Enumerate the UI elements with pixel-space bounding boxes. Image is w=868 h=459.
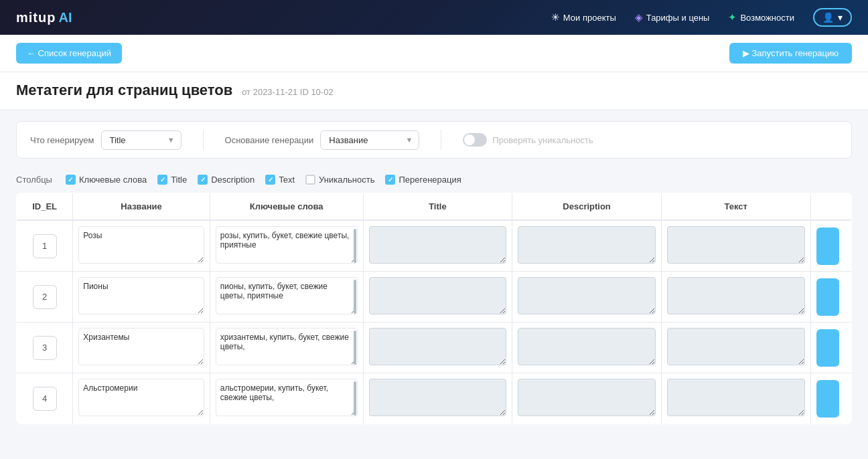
- action-button[interactable]: [816, 380, 839, 418]
- keywords-cell: хризантемы, купить, букет, свежие цветы,: [210, 323, 363, 373]
- uniqueness-group: Проверять уникальность: [463, 133, 593, 147]
- action-button[interactable]: [816, 278, 839, 316]
- title-cell: [363, 323, 512, 373]
- what-generate-group: Что генерируем Title Description Text Ke…: [30, 130, 182, 150]
- id-badge: 2: [33, 285, 57, 309]
- name-textarea[interactable]: Альстромерии: [78, 379, 204, 416]
- keywords-cell: розы, купить, букет, свежие цветы, прият…: [210, 220, 363, 272]
- title-textarea[interactable]: [369, 328, 507, 365]
- name-textarea[interactable]: Розы: [78, 226, 204, 264]
- cb-keywords-label: Ключевые слова: [79, 175, 147, 185]
- logo: mitup AI: [16, 10, 72, 25]
- toolbar: ← Список генераций ▶ Запустить генерацию: [0, 35, 868, 72]
- description-textarea[interactable]: [518, 379, 656, 416]
- text-cell: [661, 272, 810, 323]
- cb-text-icon: ✓: [265, 175, 275, 185]
- description-cell: [512, 373, 662, 424]
- text-textarea[interactable]: [667, 379, 805, 416]
- description-textarea[interactable]: [518, 328, 656, 365]
- description-textarea[interactable]: [518, 226, 656, 264]
- what-select[interactable]: Title Description Text Keywords: [101, 130, 182, 150]
- cb-text-label: Text: [279, 175, 295, 185]
- th-title: Title: [363, 193, 512, 221]
- cb-title-label: Title: [171, 175, 187, 185]
- action-button[interactable]: [816, 227, 839, 265]
- controls-row: Что генерируем Title Description Text Ke…: [16, 121, 852, 159]
- divider-2: [441, 130, 441, 150]
- action-cell: [810, 323, 851, 373]
- basis-select-wrapper: Название Ключевые слова ▼: [320, 130, 419, 150]
- page-meta: от 2023-11-21 ID 10-02: [242, 87, 333, 97]
- main-table: ID_EL Название Ключевые слова Title Desc…: [16, 193, 852, 424]
- table-container: ID_EL Название Ключевые слова Title Desc…: [0, 187, 868, 440]
- nav-pricing[interactable]: ◈ Тарифы и цены: [635, 11, 710, 23]
- star-icon: ✳: [551, 11, 560, 23]
- nav-projects[interactable]: ✳ Мои проекты: [551, 11, 616, 23]
- cb-uniqueness-label: Уникальность: [319, 175, 374, 185]
- cb-title-icon: ✓: [157, 175, 167, 185]
- table-row: 1 Розы розы, купить, букет, свежие цветы…: [17, 220, 852, 272]
- description-textarea[interactable]: [518, 277, 656, 314]
- plus-icon: ✦: [728, 11, 737, 23]
- nav-features[interactable]: ✦ Возможности: [728, 11, 794, 23]
- keywords-textarea[interactable]: альстромерии, купить, букет, свежие цвет…: [216, 379, 358, 416]
- keywords-textarea[interactable]: хризантемы, купить, букет, свежие цветы,: [216, 328, 358, 365]
- keywords-wrapper: розы, купить, букет, свежие цветы, прият…: [216, 226, 358, 266]
- text-textarea[interactable]: [667, 226, 805, 264]
- basis-select[interactable]: Название Ключевые слова: [320, 130, 419, 150]
- name-cell: Альстромерии: [73, 373, 210, 424]
- back-button[interactable]: ← Список генераций: [16, 43, 122, 64]
- cb-keywords-icon: ✓: [66, 175, 76, 185]
- divider-1: [203, 130, 204, 150]
- action-button[interactable]: [816, 329, 839, 367]
- name-textarea[interactable]: Пионы: [78, 277, 204, 314]
- logo-ai: AI: [58, 10, 72, 25]
- user-avatar-button[interactable]: 👤 ▾: [813, 8, 852, 27]
- th-id: ID_EL: [17, 193, 73, 221]
- title-cell: [363, 373, 512, 424]
- cb-description-icon: ✓: [198, 175, 208, 185]
- checkbox-uniqueness[interactable]: Уникальность: [305, 175, 374, 185]
- keywords-textarea[interactable]: пионы, купить, букет, свежие цветы, прия…: [216, 277, 358, 314]
- keywords-scrollbar: [354, 229, 356, 263]
- cb-uniqueness-icon: [305, 175, 315, 185]
- run-button[interactable]: ▶ Запустить генерацию: [729, 43, 852, 64]
- title-textarea[interactable]: [369, 226, 507, 264]
- text-textarea[interactable]: [667, 277, 805, 314]
- title-cell: [363, 220, 512, 272]
- checkbox-text[interactable]: ✓ Text: [265, 175, 295, 185]
- main-nav: ✳ Мои проекты ◈ Тарифы и цены ✦ Возможно…: [551, 8, 852, 27]
- columns-label: Столбцы: [16, 175, 52, 185]
- checkbox-regen[interactable]: ✓ Перегенерация: [385, 175, 461, 185]
- logo-text: mitup: [16, 10, 56, 25]
- keywords-wrapper: альстромерии, купить, букет, свежие цвет…: [216, 379, 358, 418]
- text-textarea[interactable]: [667, 328, 805, 365]
- checkbox-title[interactable]: ✓ Title: [157, 175, 187, 185]
- title-textarea[interactable]: [369, 277, 507, 314]
- cb-regen-icon: ✓: [385, 175, 395, 185]
- checkbox-keywords[interactable]: ✓ Ключевые слова: [66, 175, 147, 185]
- title-textarea[interactable]: [369, 379, 507, 416]
- keywords-textarea[interactable]: розы, купить, букет, свежие цветы, прият…: [216, 226, 358, 264]
- title-cell: [363, 272, 512, 323]
- name-textarea[interactable]: Хризантемы: [78, 328, 204, 365]
- id-badge: 4: [33, 387, 57, 411]
- id-badge: 3: [33, 336, 57, 360]
- keywords-wrapper: пионы, купить, букет, свежие цветы, прия…: [216, 277, 358, 316]
- th-description: Description: [512, 193, 662, 221]
- th-keywords: Ключевые слова: [210, 193, 363, 221]
- nav-pricing-label: Тарифы и цены: [646, 13, 710, 23]
- checkbox-description[interactable]: ✓ Description: [198, 175, 255, 185]
- name-cell: Пионы: [73, 272, 210, 323]
- keywords-cell: альстромерии, купить, букет, свежие цвет…: [210, 373, 363, 424]
- page-title-bar: Метатеги для страниц цветов от 2023-11-2…: [0, 72, 868, 110]
- uniqueness-toggle[interactable]: [463, 133, 487, 147]
- controls-area: Что генерируем Title Description Text Ke…: [0, 110, 868, 169]
- id-cell: 3: [17, 323, 73, 373]
- keywords-scrollbar: [354, 381, 356, 416]
- th-name: Название: [73, 193, 210, 221]
- basis-label: Основание генерации: [225, 135, 314, 145]
- th-text: Текст: [661, 193, 810, 221]
- nav-features-label: Возможности: [740, 13, 794, 23]
- diamond-icon: ◈: [635, 11, 643, 23]
